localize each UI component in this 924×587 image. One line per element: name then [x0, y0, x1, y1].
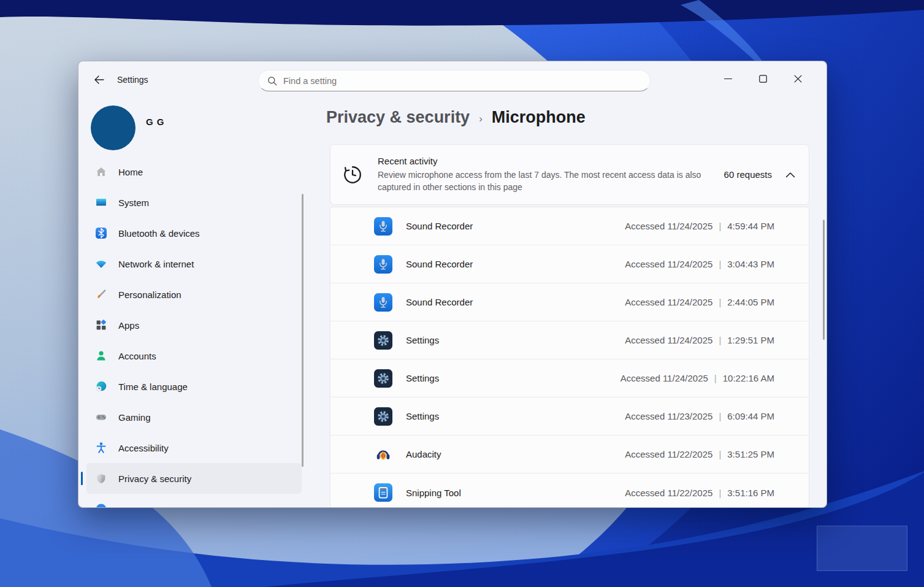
- sidebar-item-label: Network & internet: [118, 259, 194, 269]
- home-icon: [94, 165, 108, 178]
- app-name: Settings: [406, 335, 439, 345]
- pipe-separator: |: [719, 221, 721, 231]
- pipe-separator: |: [719, 297, 721, 307]
- accessed-date: Accessed 11/24/2025: [625, 221, 712, 231]
- activity-row: Settings Accessed 11/24/2025|10:22:16 AM: [330, 359, 809, 397]
- sidebar-scrollbar[interactable]: [302, 194, 304, 467]
- sidebar-item-time-language[interactable]: Time & language: [86, 371, 302, 402]
- sidebar-item-label: Accessibility: [118, 443, 169, 453]
- pipe-separator: |: [719, 335, 721, 345]
- accessed-date: Accessed 11/22/2025: [625, 449, 712, 459]
- avatar[interactable]: [91, 106, 136, 150]
- apps-icon: [94, 318, 108, 332]
- sound-recorder-app-icon: [374, 255, 392, 274]
- person-icon: [94, 349, 108, 363]
- close-icon: [793, 74, 803, 83]
- access-info: Accessed 11/24/2025|10:22:16 AM: [620, 373, 774, 383]
- accessed-time: 4:59:44 PM: [727, 221, 774, 231]
- access-info: Accessed 11/24/2025|2:44:05 PM: [625, 297, 774, 307]
- activity-row: Audacity Accessed 11/22/2025|3:51:25 PM: [330, 435, 809, 474]
- accessed-date: Accessed 11/22/2025: [625, 488, 712, 498]
- accessed-time: 1:29:51 PM: [727, 335, 774, 345]
- app-name: Settings: [406, 373, 439, 383]
- window-controls: [711, 67, 815, 90]
- accessed-time: 3:51:16 PM: [727, 488, 774, 498]
- search-icon: [267, 76, 277, 86]
- sidebar-item-label: Home: [118, 167, 143, 177]
- activity-row: Sound Recorder Accessed 11/24/2025|4:59:…: [330, 207, 809, 245]
- accessibility-person-icon: [94, 441, 108, 455]
- system-icon: [94, 196, 108, 209]
- sidebar-item-accessibility[interactable]: Accessibility: [86, 432, 302, 463]
- maximize-button[interactable]: [746, 67, 781, 90]
- accessed-time: 3:51:25 PM: [727, 449, 774, 459]
- activity-row: Sound Recorder Accessed 11/24/2025|3:04:…: [330, 245, 809, 283]
- breadcrumb-parent[interactable]: Privacy & security: [326, 108, 470, 127]
- paintbrush-icon: [94, 288, 108, 301]
- sidebar-item-accounts[interactable]: Accounts: [86, 340, 302, 371]
- sidebar-item-label: Personalization: [118, 290, 181, 300]
- sidebar-item-label: Bluetooth & devices: [118, 228, 200, 239]
- back-arrow-icon: [94, 75, 104, 84]
- sidebar-item-apps[interactable]: Apps: [86, 310, 302, 340]
- search-box[interactable]: [258, 70, 651, 91]
- sidebar-item-gaming[interactable]: Gaming: [86, 402, 302, 432]
- sound-recorder-app-icon: [374, 293, 392, 312]
- settings-window: Settings: [78, 61, 827, 508]
- recent-activity-title: Recent activity: [378, 156, 721, 166]
- back-button[interactable]: [90, 72, 108, 88]
- maximize-icon: [758, 74, 768, 83]
- activity-row: Snipping Tool Accessed 11/22/2025|3:51:1…: [330, 474, 809, 508]
- sidebar-item-personalization[interactable]: Personalization: [86, 279, 302, 310]
- pipe-separator: |: [719, 488, 721, 498]
- activity-list: Sound Recorder Accessed 11/24/2025|4:59:…: [330, 207, 809, 508]
- activity-row: Settings Accessed 11/23/2025|6:09:44 PM: [330, 397, 809, 435]
- windows-update-icon: [94, 502, 108, 508]
- titlebar: Settings: [78, 61, 827, 96]
- sound-recorder-app-icon: [374, 217, 392, 236]
- sidebar-item-label: Apps: [118, 320, 139, 331]
- close-button[interactable]: [781, 67, 815, 90]
- app-name: Sound Recorder: [406, 221, 473, 231]
- accessed-date: Accessed 11/24/2025: [625, 259, 712, 269]
- snipping-tool-app-icon: [374, 483, 392, 502]
- recent-activity-expander[interactable]: Recent activity Review microphone access…: [330, 144, 809, 205]
- sidebar-item-system[interactable]: System: [86, 187, 302, 218]
- app-name: Audacity: [406, 449, 441, 459]
- app-name: Snipping Tool: [406, 488, 461, 498]
- wifi-icon: [94, 257, 108, 270]
- accessed-time: 2:44:05 PM: [727, 297, 774, 307]
- recent-activity-right: 60 requests: [724, 169, 795, 180]
- chevron-up-icon[interactable]: [785, 172, 795, 178]
- accessed-date: Accessed 11/24/2025: [625, 335, 712, 345]
- desktop: Settings: [0, 0, 924, 587]
- settings-app-icon: [374, 369, 392, 388]
- recent-activity-description: Review microphone access from the last 7…: [378, 169, 712, 193]
- accessed-time: 10:22:16 AM: [723, 373, 774, 383]
- request-count: 60 requests: [724, 169, 772, 180]
- recent-activity-section: Recent activity Review microphone access…: [330, 144, 809, 508]
- accessed-date: Accessed 11/24/2025: [620, 373, 708, 383]
- sidebar-item-privacy-security[interactable]: Privacy & security: [86, 463, 302, 494]
- sidebar-item-network-internet[interactable]: Network & internet: [86, 248, 302, 279]
- accessed-date: Accessed 11/23/2025: [625, 411, 712, 421]
- content-scrollbar[interactable]: [823, 220, 825, 340]
- settings-app-icon: [374, 407, 392, 426]
- pipe-separator: |: [714, 373, 717, 383]
- page-title: Microphone: [492, 108, 586, 127]
- sidebar-item-bluetooth-devices[interactable]: Bluetooth & devices: [86, 218, 302, 248]
- history-icon: [342, 164, 363, 185]
- app-name: Sound Recorder: [406, 297, 473, 307]
- sidebar: Home System Bluetooth & devices Network …: [78, 165, 311, 508]
- pipe-separator: |: [719, 449, 721, 459]
- minimize-button[interactable]: [711, 67, 746, 90]
- sidebar-item-label: Time & language: [118, 382, 188, 392]
- sidebar-item-home[interactable]: Home: [86, 165, 302, 187]
- gamepad-icon: [94, 410, 108, 424]
- search-input[interactable]: [283, 76, 627, 86]
- pipe-separator: |: [719, 411, 721, 421]
- activity-row: Sound Recorder Accessed 11/24/2025|2:44:…: [330, 283, 809, 321]
- account-name: G G: [146, 117, 165, 127]
- sidebar-item-windows-update[interactable]: [86, 494, 302, 508]
- globe-clock-icon: [94, 380, 108, 393]
